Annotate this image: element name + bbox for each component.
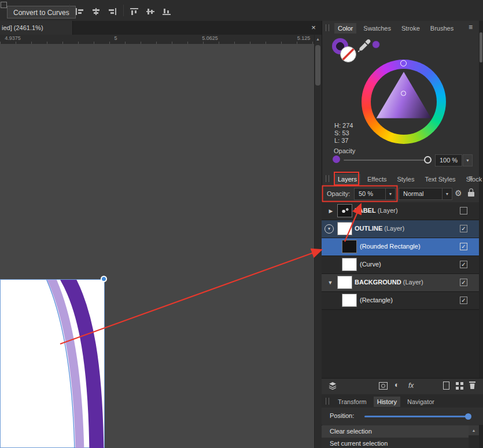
position-slider-knob[interactable] — [465, 413, 471, 420]
selection-handle[interactable] — [101, 276, 107, 282]
layer-row-background[interactable]: ▼ BACKGROUND (Layer) ✓ — [322, 274, 479, 292]
layer-name: OUTLINE (Layer) — [355, 225, 404, 232]
layer-thumbnail[interactable] — [337, 222, 352, 235]
panel-grip-icon[interactable] — [326, 398, 329, 405]
canvas-scrollbar-thumb[interactable] — [315, 45, 320, 86]
new-layer-icon[interactable] — [443, 382, 449, 390]
align-bottom-icon[interactable] — [162, 8, 171, 18]
panel-grip-icon[interactable] — [326, 175, 329, 182]
layer-opacity-combobox[interactable]: 50 % ▼ — [354, 188, 396, 200]
panel-grip-icon[interactable] — [326, 24, 329, 31]
layer-name-text: BACKGROUND — [355, 279, 401, 286]
layer-thumbnail[interactable] — [342, 258, 357, 271]
layer-name: (Rectangle) — [360, 297, 393, 303]
layers-empty-area — [322, 310, 479, 378]
layer-row-rectangle[interactable]: (Rectangle) ✓ — [322, 292, 479, 310]
eyedropper-icon[interactable] — [357, 38, 372, 57]
history-item[interactable]: Set current selection — [322, 438, 469, 448]
layer-visibility-checkbox[interactable]: ✓ — [460, 297, 467, 304]
ruler-tick-label: 5 — [114, 35, 117, 41]
toolbar-separator — [69, 5, 70, 16]
layer-row-outline[interactable]: ▼ OUTLINE (Layer) ✓ — [322, 220, 479, 238]
color-opacity-value[interactable]: 100 % — [435, 154, 462, 166]
tab-effects[interactable]: Effects — [364, 174, 390, 184]
align-right-icon[interactable] — [108, 8, 117, 18]
tab-stock[interactable]: Stock — [463, 174, 483, 184]
layer-thumbnail[interactable] — [337, 204, 352, 217]
layer-thumbnail[interactable] — [337, 276, 352, 289]
tab-color[interactable]: Color — [334, 23, 356, 34]
color-opacity-dropdown-icon[interactable]: ▼ — [463, 154, 473, 166]
stroke-none-swatch[interactable] — [340, 46, 356, 62]
history-scroll-up-icon[interactable]: ▲ — [469, 425, 479, 435]
panel-menu-icon[interactable]: ≡ — [469, 174, 473, 182]
layer-name-text: OUTLINE — [355, 225, 382, 232]
bottom-panel-tabs: Transform History Navigator — [334, 395, 438, 408]
vertical-align-group — [130, 8, 171, 18]
fx-layer-effects-icon[interactable]: fx — [408, 382, 414, 390]
layer-row-rounded-rectangle-selected[interactable]: (Rounded Rectangle) ✓ — [322, 238, 479, 256]
mask-layer-icon[interactable] — [379, 382, 388, 390]
tab-navigator[interactable]: Navigator — [404, 397, 438, 407]
position-slider-track[interactable] — [364, 416, 469, 417]
align-center-horizontal-icon[interactable] — [91, 8, 101, 18]
adjustment-layer-icon[interactable]: ◐ — [394, 380, 399, 389]
affinity-app-window: Convert to Curves ied] (2461.1%) × 4.937… — [0, 0, 483, 448]
blend-mode-combobox[interactable]: Normal ▼ — [399, 188, 452, 200]
gear-icon[interactable]: ⚙ — [455, 188, 462, 198]
expand-arrow-icon[interactable]: ▼ — [326, 280, 334, 286]
tab-text-styles[interactable]: Text Styles — [421, 174, 459, 184]
layer-row-label[interactable]: ▶ LABEL (Layer) — [322, 202, 479, 220]
panel-scrollbar-thumb[interactable] — [480, 32, 482, 62]
layer-visibility-checkbox[interactable]: ✓ — [460, 261, 467, 268]
expand-arrow-circle-icon[interactable]: ▼ — [325, 224, 334, 234]
close-document-icon[interactable]: × — [309, 22, 318, 34]
color-opacity-label: Opacity — [334, 147, 355, 154]
layer-type-suffix: (Layer) — [376, 207, 398, 214]
document-tab[interactable]: ied] (2461.1%) — [0, 21, 73, 35]
new-group-icon[interactable] — [456, 382, 463, 392]
layers-stack-icon[interactable] — [327, 382, 338, 393]
color-opacity-track[interactable] — [344, 160, 426, 161]
panel-menu-icon[interactable]: ≡ — [469, 23, 473, 31]
expand-arrow-icon[interactable]: ▶ — [327, 208, 335, 214]
layers-panel-tabs: Layers Effects Styles Text Styles Stock — [334, 173, 483, 185]
layer-visibility-checkbox[interactable]: ✓ — [460, 243, 467, 250]
layer-row-curve[interactable]: (Curve) ✓ — [322, 256, 479, 274]
layer-visibility-checkbox[interactable]: ✓ — [460, 225, 467, 232]
window-icon — [1, 2, 7, 8]
tab-history[interactable]: History — [374, 397, 400, 407]
dropdown-arrow-icon[interactable]: ▼ — [385, 188, 395, 199]
dropdown-arrow-icon[interactable]: ▼ — [442, 188, 452, 199]
layer-name: (Rounded Rectangle) — [360, 243, 421, 250]
layer-name-text: (Curve) — [360, 261, 381, 268]
horizontal-ruler: 4.9375 5 5.0625 5.125 — [0, 35, 314, 45]
convert-to-curves-button[interactable]: Convert to Curves — [7, 6, 76, 18]
layer-type-suffix: (Layer) — [401, 279, 423, 286]
history-item[interactable]: Clear selection — [322, 425, 469, 438]
align-center-vertical-icon[interactable] — [146, 8, 155, 18]
artwork-curves — [1, 280, 105, 448]
lock-icon[interactable] — [468, 192, 474, 197]
color-opacity-knob[interactable] — [424, 156, 432, 164]
align-left-icon[interactable] — [75, 8, 84, 18]
sl-marker[interactable] — [401, 91, 406, 96]
artboard[interactable] — [0, 279, 105, 448]
align-top-icon[interactable] — [130, 8, 139, 18]
tab-swatches[interactable]: Swatches — [360, 23, 394, 34]
layer-thumbnail[interactable] — [342, 294, 357, 307]
picked-color-swatch[interactable] — [372, 40, 380, 49]
trash-icon[interactable] — [469, 381, 476, 392]
tab-layers[interactable]: Layers — [334, 174, 360, 184]
tab-stroke[interactable]: Stroke — [398, 23, 423, 34]
layer-thumbnail[interactable] — [342, 240, 357, 253]
canvas-vertical-scrollbar[interactable] — [314, 35, 322, 448]
tab-styles[interactable]: Styles — [393, 174, 418, 184]
hue-marker[interactable] — [400, 60, 407, 66]
layer-visibility-checkbox[interactable]: ✓ — [460, 279, 467, 286]
scroll-up-arrow-icon[interactable]: ▲ — [314, 35, 322, 44]
tab-brushes[interactable]: Brushes — [427, 23, 457, 34]
layer-visibility-checkbox[interactable] — [460, 207, 467, 214]
opacity-color-dot — [333, 155, 340, 163]
tab-transform[interactable]: Transform — [334, 397, 370, 407]
